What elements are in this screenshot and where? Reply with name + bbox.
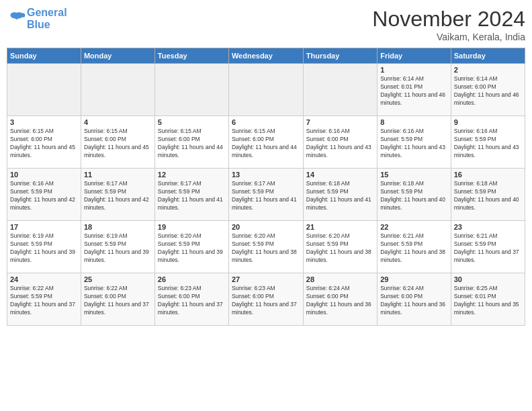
day-info-line: Sunset: 5:59 PM: [10, 293, 78, 301]
day-number: 17: [10, 223, 78, 231]
day-number: 6: [232, 118, 300, 126]
day-info-line: Daylight: 11 hours and 37 minutes.: [10, 301, 78, 317]
day-info-line: Sunrise: 6:15 AM: [10, 128, 78, 136]
day-info-line: Sunset: 5:59 PM: [232, 240, 300, 248]
day-info: Sunrise: 6:14 AMSunset: 6:01 PMDaylight:…: [380, 75, 448, 107]
calendar-cell: 21Sunrise: 6:20 AMSunset: 5:59 PMDayligh…: [303, 221, 377, 273]
calendar-cell: 25Sunrise: 6:22 AMSunset: 6:00 PMDayligh…: [81, 273, 154, 326]
day-info-line: Daylight: 11 hours and 45 minutes.: [84, 144, 152, 160]
day-info: Sunrise: 6:20 AMSunset: 5:59 PMDaylight:…: [158, 232, 226, 265]
day-info-line: Sunrise: 6:19 AM: [84, 232, 152, 240]
day-number: 10: [10, 171, 78, 179]
day-info: Sunrise: 6:23 AMSunset: 6:00 PMDaylight:…: [158, 285, 226, 317]
day-info-line: Sunrise: 6:24 AM: [306, 285, 374, 293]
day-info-line: Sunrise: 6:18 AM: [454, 180, 522, 188]
day-info: Sunrise: 6:21 AMSunset: 5:59 PMDaylight:…: [454, 232, 522, 265]
title-section: November 2024 Vaikam, Kerala, India: [372, 7, 525, 42]
col-tuesday: Tuesday: [154, 48, 228, 64]
day-info-line: Daylight: 11 hours and 38 minutes.: [306, 248, 374, 265]
day-info-line: Sunset: 5:59 PM: [306, 188, 374, 196]
day-info: Sunrise: 6:14 AMSunset: 6:00 PMDaylight:…: [454, 75, 522, 107]
day-number: 11: [84, 171, 152, 179]
day-info: Sunrise: 6:18 AMSunset: 5:59 PMDaylight:…: [380, 180, 448, 212]
day-info-line: Sunrise: 6:25 AM: [454, 285, 522, 293]
calendar-cell: 16Sunrise: 6:18 AMSunset: 5:59 PMDayligh…: [451, 169, 525, 221]
day-info-line: Daylight: 11 hours and 46 minutes.: [380, 91, 448, 107]
day-number: 23: [454, 223, 522, 231]
calendar-cell: 2Sunrise: 6:14 AMSunset: 6:00 PMDaylight…: [451, 64, 525, 116]
day-info-line: Daylight: 11 hours and 44 minutes.: [158, 144, 226, 160]
day-number: 20: [232, 223, 300, 231]
day-info-line: Daylight: 11 hours and 45 minutes.: [10, 144, 78, 160]
day-info-line: Sunset: 5:59 PM: [380, 240, 448, 248]
day-info-line: Sunrise: 6:22 AM: [84, 285, 152, 293]
day-info-line: Sunset: 5:59 PM: [84, 240, 152, 248]
day-info-line: Sunrise: 6:22 AM: [10, 285, 78, 293]
day-info: Sunrise: 6:18 AMSunset: 5:59 PMDaylight:…: [306, 180, 374, 212]
day-info-line: Sunset: 6:00 PM: [306, 293, 374, 301]
day-info-line: Sunrise: 6:23 AM: [158, 285, 226, 293]
day-info-line: Sunset: 5:59 PM: [454, 240, 522, 248]
day-info-line: Daylight: 11 hours and 43 minutes.: [380, 144, 448, 160]
logo-text: General Blue: [27, 7, 67, 30]
day-info-line: Sunset: 6:00 PM: [10, 136, 78, 144]
day-info-line: Sunset: 5:59 PM: [380, 188, 448, 196]
calendar-cell: [154, 64, 228, 116]
day-info-line: Daylight: 11 hours and 40 minutes.: [454, 196, 522, 212]
calendar-cell: 22Sunrise: 6:21 AMSunset: 5:59 PMDayligh…: [378, 221, 451, 273]
day-number: 19: [158, 223, 226, 231]
day-number: 24: [10, 275, 78, 283]
day-info: Sunrise: 6:24 AMSunset: 6:00 PMDaylight:…: [306, 285, 374, 317]
calendar-cell: 3Sunrise: 6:15 AMSunset: 6:00 PMDaylight…: [7, 116, 81, 169]
calendar-cell: 8Sunrise: 6:16 AMSunset: 5:59 PMDaylight…: [378, 116, 451, 169]
calendar-cell: 30Sunrise: 6:25 AMSunset: 6:01 PMDayligh…: [451, 273, 525, 326]
day-info-line: Sunrise: 6:17 AM: [84, 180, 152, 188]
day-number: 29: [380, 275, 448, 283]
day-info-line: Sunrise: 6:17 AM: [158, 180, 226, 188]
day-number: 13: [232, 171, 300, 179]
day-info-line: Sunset: 5:59 PM: [306, 240, 374, 248]
day-info-line: Sunrise: 6:18 AM: [306, 180, 374, 188]
calendar-cell: 5Sunrise: 6:15 AMSunset: 6:00 PMDaylight…: [154, 116, 228, 169]
day-info-line: Sunrise: 6:15 AM: [158, 128, 226, 136]
day-number: 12: [158, 171, 226, 179]
calendar-page: General Blue November 2024 Vaikam, Keral…: [0, 0, 532, 411]
day-info: Sunrise: 6:20 AMSunset: 5:59 PMDaylight:…: [306, 232, 374, 265]
day-info-line: Daylight: 11 hours and 39 minutes.: [158, 248, 226, 265]
calendar-cell: 23Sunrise: 6:21 AMSunset: 5:59 PMDayligh…: [451, 221, 525, 273]
day-info-line: Sunrise: 6:16 AM: [306, 128, 374, 136]
calendar-cell: 7Sunrise: 6:16 AMSunset: 6:00 PMDaylight…: [303, 116, 377, 169]
calendar-cell: 28Sunrise: 6:24 AMSunset: 6:00 PMDayligh…: [303, 273, 377, 326]
calendar-cell: 26Sunrise: 6:23 AMSunset: 6:00 PMDayligh…: [154, 273, 228, 326]
month-title: November 2024: [372, 7, 525, 32]
day-number: 14: [306, 171, 374, 179]
day-info-line: Sunrise: 6:15 AM: [232, 128, 300, 136]
day-info-line: Daylight: 11 hours and 42 minutes.: [84, 196, 152, 212]
header: General Blue November 2024 Vaikam, Keral…: [7, 7, 525, 42]
day-info-line: Sunset: 6:00 PM: [232, 293, 300, 301]
day-info-line: Daylight: 11 hours and 43 minutes.: [454, 144, 522, 160]
day-info: Sunrise: 6:25 AMSunset: 6:01 PMDaylight:…: [454, 285, 522, 317]
day-info-line: Daylight: 11 hours and 35 minutes.: [454, 301, 522, 317]
day-info-line: Sunset: 5:59 PM: [454, 136, 522, 144]
location: Vaikam, Kerala, India: [372, 32, 525, 42]
calendar-cell: 12Sunrise: 6:17 AMSunset: 5:59 PMDayligh…: [154, 169, 228, 221]
calendar-week-row: 24Sunrise: 6:22 AMSunset: 5:59 PMDayligh…: [7, 273, 525, 326]
calendar-cell: [7, 64, 81, 116]
calendar-cell: [228, 64, 303, 116]
day-info-line: Daylight: 11 hours and 38 minutes.: [232, 248, 300, 265]
calendar-cell: 14Sunrise: 6:18 AMSunset: 5:59 PMDayligh…: [303, 169, 377, 221]
day-info: Sunrise: 6:17 AMSunset: 5:59 PMDaylight:…: [232, 180, 300, 212]
day-info: Sunrise: 6:15 AMSunset: 6:00 PMDaylight:…: [232, 128, 300, 160]
day-info-line: Sunset: 6:00 PM: [84, 136, 152, 144]
day-number: 21: [306, 223, 374, 231]
col-thursday: Thursday: [303, 48, 377, 64]
day-info-line: Sunset: 5:59 PM: [84, 188, 152, 196]
day-info-line: Sunset: 6:00 PM: [158, 293, 226, 301]
day-info-line: Daylight: 11 hours and 42 minutes.: [10, 196, 78, 212]
day-info-line: Sunset: 5:59 PM: [10, 188, 78, 196]
day-info-line: Sunset: 5:59 PM: [10, 240, 78, 248]
day-info-line: Sunrise: 6:18 AM: [380, 180, 448, 188]
calendar-cell: 10Sunrise: 6:16 AMSunset: 5:59 PMDayligh…: [7, 169, 81, 221]
day-number: 26: [158, 275, 226, 283]
